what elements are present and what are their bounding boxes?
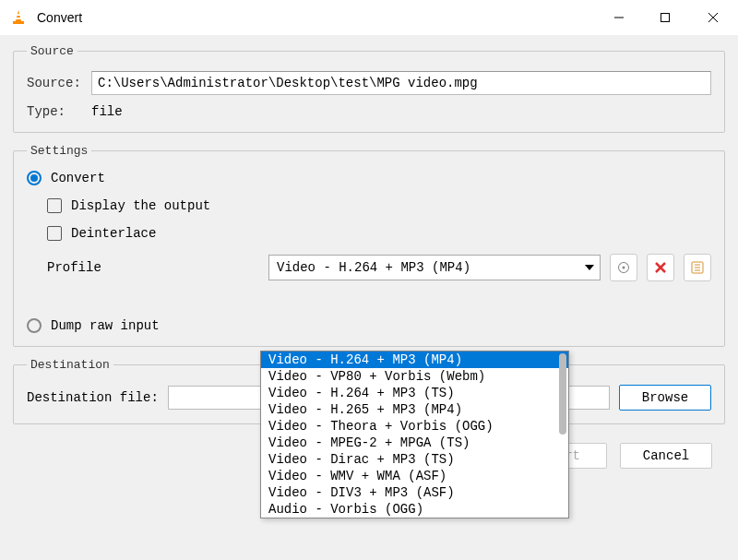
- svg-rect-4: [661, 14, 670, 22]
- minimize-button[interactable]: [596, 0, 642, 35]
- source-legend: Source: [27, 44, 77, 58]
- deinterlace-label: Deinterlace: [71, 226, 156, 241]
- svg-rect-2: [16, 18, 20, 19]
- convert-radio-label: Convert: [51, 171, 105, 185]
- dump-raw-radio[interactable]: [27, 318, 42, 333]
- svg-rect-1: [17, 14, 20, 16]
- new-profile-button[interactable]: [684, 254, 711, 281]
- type-label: Type:: [27, 104, 91, 119]
- profile-dropdown-list: Video - H.264 + MP3 (MP4)Video - VP80 + …: [260, 351, 569, 518]
- profile-option[interactable]: Video - VP80 + Vorbis (Webm): [261, 368, 568, 385]
- type-value: file: [91, 104, 123, 119]
- profile-option[interactable]: Video - MPEG-2 + MPGA (TS): [261, 435, 568, 451]
- display-output-checkbox[interactable]: [47, 198, 62, 213]
- profile-selected-text: Video - H.264 + MP3 (MP4): [277, 260, 470, 275]
- vlc-app-icon: [9, 8, 28, 27]
- dest-file-label: Destination file:: [27, 390, 159, 405]
- delete-profile-button[interactable]: [647, 254, 674, 281]
- profile-label: Profile: [47, 260, 259, 275]
- svg-point-7: [623, 267, 625, 269]
- maximize-button[interactable]: [642, 0, 688, 35]
- chevron-down-icon: [585, 265, 594, 270]
- display-output-label: Display the output: [71, 198, 210, 213]
- destination-legend: Destination: [27, 358, 113, 372]
- profile-option[interactable]: Video - H.264 + MP3 (MP4): [261, 351, 568, 368]
- dropdown-scrollbar-thumb[interactable]: [559, 353, 566, 435]
- profile-option[interactable]: Audio - Vorbis (OGG): [261, 501, 568, 518]
- window-title: Convert: [37, 10, 596, 25]
- close-button[interactable]: [688, 0, 738, 35]
- edit-profile-button[interactable]: [610, 254, 637, 281]
- source-path-input[interactable]: [91, 71, 711, 95]
- convert-radio[interactable]: [27, 171, 42, 185]
- settings-legend: Settings: [27, 144, 91, 158]
- profile-option[interactable]: Video - WMV + WMA (ASF): [261, 468, 568, 484]
- source-label: Source:: [27, 76, 91, 90]
- dump-raw-label: Dump raw input: [51, 318, 160, 333]
- source-group: Source Source: Type: file: [13, 44, 725, 133]
- profile-select[interactable]: Video - H.264 + MP3 (MP4): [268, 255, 601, 280]
- cancel-button[interactable]: Cancel: [620, 443, 712, 469]
- profile-option[interactable]: Video - Theora + Vorbis (OGG): [261, 418, 568, 435]
- profile-option[interactable]: Video - Dirac + MP3 (TS): [261, 451, 568, 468]
- profile-option[interactable]: Video - DIV3 + MP3 (ASF): [261, 484, 568, 501]
- browse-button[interactable]: Browse: [619, 385, 711, 411]
- profile-option[interactable]: Video - H.265 + MP3 (MP4): [261, 401, 568, 418]
- settings-group: Settings Convert Display the output Dein…: [13, 144, 725, 347]
- titlebar: Convert: [0, 0, 738, 35]
- svg-rect-0: [13, 21, 24, 24]
- deinterlace-checkbox[interactable]: [47, 226, 62, 241]
- profile-option[interactable]: Video - H.264 + MP3 (TS): [261, 385, 568, 401]
